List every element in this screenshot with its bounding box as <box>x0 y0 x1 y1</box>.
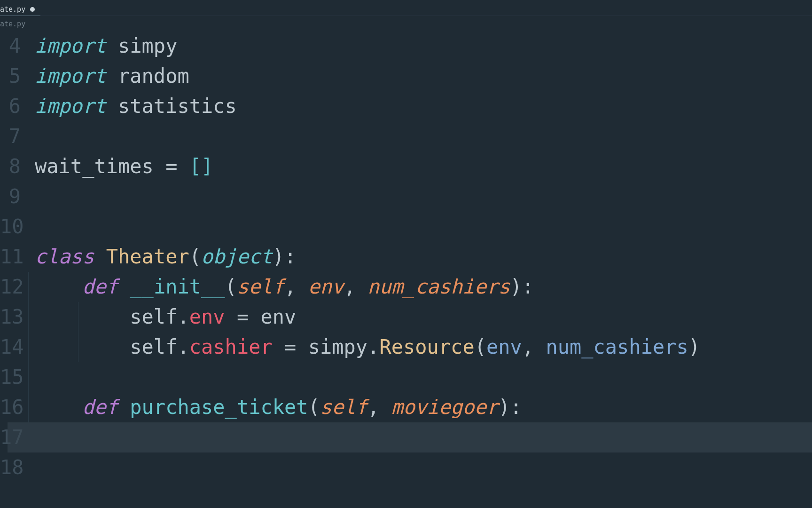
line-number-gutter: 456789101112131415161718 <box>0 31 27 483</box>
code-token: self <box>130 302 177 332</box>
code-token: Theater <box>106 242 189 272</box>
line-number: 5 <box>0 61 21 91</box>
code-token: Resource <box>379 332 474 362</box>
code-token: env <box>189 302 225 332</box>
line-number: 6 <box>0 91 21 121</box>
code-token: class <box>35 242 94 272</box>
breadcrumb[interactable]: ate.py <box>0 16 812 28</box>
code-token: , <box>522 332 546 362</box>
line-number: 8 <box>0 151 21 182</box>
line-number: 15 <box>0 362 21 392</box>
code-token: , <box>284 272 308 302</box>
code-token <box>118 272 130 302</box>
line-number: 12 <box>0 272 21 302</box>
tab-file[interactable]: ate.py <box>0 3 40 16</box>
indent-guide <box>28 272 29 422</box>
code-token: import <box>35 61 106 91</box>
line-number: 13 <box>0 302 21 332</box>
code-token: num_cashiers <box>546 332 688 362</box>
code-token: statistics <box>118 91 237 121</box>
code-token: . <box>367 332 379 362</box>
code-token: , <box>367 392 391 422</box>
code-token: = <box>284 332 296 362</box>
line-number: 9 <box>0 182 21 212</box>
code-token: ) <box>498 392 510 422</box>
line-number: 18 <box>0 452 21 483</box>
code-token: [] <box>189 151 213 182</box>
tab-filename: ate.py <box>0 5 25 14</box>
code-token: ) <box>510 272 522 302</box>
code-token: ) <box>273 242 284 272</box>
code-token: . <box>177 302 189 332</box>
code-token: : <box>510 392 522 422</box>
code-token: env <box>308 272 344 302</box>
code-line[interactable]: import statistics <box>35 91 700 121</box>
code-token: self <box>320 392 367 422</box>
code-token: import <box>35 31 106 61</box>
code-token: simpy <box>118 31 177 61</box>
code-token: wait_times <box>35 151 165 182</box>
code-token: moviegoer <box>391 392 499 422</box>
code-token: self <box>130 332 177 362</box>
code-token: = <box>237 302 249 332</box>
line-number: 10 <box>0 212 21 242</box>
code-token <box>177 151 189 182</box>
line-number: 16 <box>0 392 21 422</box>
line-number: 7 <box>0 121 21 151</box>
code-token: ) <box>688 332 700 362</box>
code-token: ( <box>225 272 237 302</box>
code-token: purchase_ticket <box>130 392 308 422</box>
code-token: . <box>177 332 189 362</box>
code-token <box>118 392 130 422</box>
code-line[interactable]: import random <box>35 61 700 91</box>
code-token <box>94 242 106 272</box>
code-token: def <box>82 272 118 302</box>
code-token: : <box>522 272 534 302</box>
code-line[interactable] <box>35 452 700 483</box>
code-token: cashier <box>189 332 273 362</box>
code-token <box>106 31 118 61</box>
code-token: ( <box>475 332 486 362</box>
code-token <box>35 302 130 332</box>
code-line[interactable] <box>35 212 700 242</box>
code-line[interactable]: self.env = env <box>35 302 700 332</box>
code-line[interactable]: def __init__(self, env, num_cashiers): <box>35 272 700 302</box>
code-token: self <box>237 272 284 302</box>
code-token: random <box>118 61 189 91</box>
line-number: 14 <box>0 332 21 362</box>
line-number: 11 <box>0 242 21 272</box>
code-token <box>106 91 118 121</box>
code-token <box>35 272 82 302</box>
code-editor[interactable]: 456789101112131415161718 import simpyimp… <box>0 28 812 483</box>
code-token <box>106 61 118 91</box>
code-line[interactable]: self.cashier = simpy.Resource(env, num_c… <box>35 332 700 362</box>
code-token: = <box>165 151 177 182</box>
code-token: __init__ <box>130 272 225 302</box>
code-line[interactable] <box>35 182 700 212</box>
code-line[interactable] <box>35 362 700 392</box>
code-token: num_cashiers <box>367 272 510 302</box>
code-token <box>225 302 237 332</box>
code-line[interactable]: class Theater(object): <box>35 242 700 272</box>
line-number: 4 <box>0 31 21 61</box>
code-token: : <box>284 242 296 272</box>
code-token <box>35 392 82 422</box>
code-area[interactable]: import simpyimport randomimport statisti… <box>27 31 700 483</box>
breadcrumb-filename: ate.py <box>0 20 25 28</box>
code-line[interactable] <box>35 121 700 151</box>
code-token: def <box>82 392 118 422</box>
modified-indicator-icon <box>30 7 35 12</box>
code-line[interactable] <box>35 422 700 452</box>
code-line[interactable]: wait_times = [] <box>35 151 700 182</box>
tab-bar: ate.py <box>0 0 812 16</box>
current-line-highlight <box>8 422 812 452</box>
code-line[interactable]: import simpy <box>35 31 700 61</box>
code-token: simpy <box>296 332 367 362</box>
code-token: import <box>35 91 106 121</box>
code-token <box>273 332 284 362</box>
code-token: ( <box>308 392 320 422</box>
code-line[interactable]: def purchase_ticket(self, moviegoer): <box>35 392 700 422</box>
code-token <box>35 332 130 362</box>
code-token: env <box>249 302 296 332</box>
code-token: object <box>201 242 273 272</box>
